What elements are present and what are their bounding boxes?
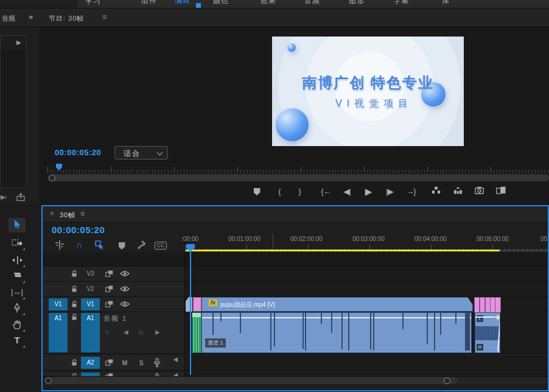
track-content-v2[interactable] xyxy=(184,282,548,297)
workspace-tab-assembly[interactable]: 组件 xyxy=(141,0,157,6)
zoom-level-select[interactable]: 适合 xyxy=(114,146,168,159)
zoom-handle-left[interactable] xyxy=(45,377,52,384)
export-icon[interactable] xyxy=(16,193,25,201)
workspace-tab-graphics[interactable]: 图形 xyxy=(349,0,365,6)
sequence-tab[interactable]: 30帧 xyxy=(60,211,75,220)
mute-button[interactable]: M xyxy=(121,359,129,367)
solo-button[interactable]: S xyxy=(137,359,145,367)
workspace-tab-learn[interactable]: 学习 xyxy=(85,0,101,6)
workspace-tab-effects[interactable]: 效果 xyxy=(261,0,276,6)
captions-toggle[interactable]: CC xyxy=(155,242,167,250)
track-target-v1[interactable]: V1 xyxy=(81,298,100,310)
clip-audio-main[interactable]: 通道 1 xyxy=(201,312,472,353)
play-button[interactable]: ▶ xyxy=(363,186,374,197)
zoom-handle-right[interactable] xyxy=(444,377,450,384)
add-keyframe-icon[interactable]: ◇ xyxy=(139,329,144,335)
track-select-forward-tool[interactable] xyxy=(9,236,26,251)
eye-icon[interactable] xyxy=(120,301,130,307)
program-zoom-handle-left[interactable] xyxy=(49,175,55,181)
step-forward-button[interactable]: |▶ xyxy=(384,186,395,197)
lock-icon[interactable] xyxy=(71,285,78,293)
clip-audio-stereo[interactable]: L R xyxy=(475,312,500,353)
clip-audio-green[interactable] xyxy=(192,312,201,353)
export-frame-button[interactable] xyxy=(475,186,486,197)
track-content-a3-partial[interactable] xyxy=(184,372,548,377)
hand-tool[interactable] xyxy=(9,318,26,332)
razor-tool[interactable] xyxy=(9,269,26,284)
mark-in-button[interactable]: { xyxy=(274,186,285,197)
nest-sequence-toggle-icon[interactable] xyxy=(54,240,66,250)
add-marker-icon[interactable] xyxy=(116,240,128,250)
add-marker-button[interactable] xyxy=(251,186,262,197)
track-target-a2[interactable]: A2 xyxy=(81,357,100,369)
next-keyframe-icon[interactable]: ▶ xyxy=(155,329,160,335)
volume-keyframe-handle[interactable] xyxy=(495,315,500,320)
panel-overflow-chevron-icon[interactable]: » xyxy=(29,12,33,21)
type-tool[interactable]: T xyxy=(9,334,26,348)
play-audio-icon[interactable]: ▶♪ xyxy=(1,194,6,200)
track-target-a3[interactable] xyxy=(81,373,100,376)
eye-icon[interactable] xyxy=(120,286,130,292)
program-panel-title[interactable]: 节目: 30帧 xyxy=(49,14,84,23)
close-icon[interactable]: × xyxy=(50,209,54,218)
ripple-edit-tool[interactable] xyxy=(9,253,26,268)
clip-pink-bar[interactable] xyxy=(474,297,480,313)
lock-icon[interactable] xyxy=(71,301,78,308)
voiceover-record-mic-icon[interactable] xyxy=(153,358,161,367)
lift-button[interactable] xyxy=(432,186,442,197)
volume-rubber-band[interactable] xyxy=(202,317,471,318)
track-name-v3[interactable]: V3 xyxy=(81,270,100,277)
clip-pink-bar[interactable] xyxy=(495,297,501,313)
sync-lock-icon[interactable] xyxy=(105,285,113,292)
program-mini-timeline[interactable] xyxy=(47,164,549,173)
previous-keyframe-icon[interactable]: ◀ xyxy=(124,329,128,335)
sync-lock-icon[interactable] xyxy=(105,301,113,307)
clip-pink-bar[interactable] xyxy=(480,297,485,313)
panel-menu-icon[interactable]: ≡ xyxy=(80,209,85,218)
slip-tool[interactable]: |↔| xyxy=(9,285,26,300)
program-timecode[interactable]: 00:00:05:20 xyxy=(55,148,101,157)
dock-tab-audio[interactable]: 音频 xyxy=(2,14,15,23)
comparison-view-button[interactable] xyxy=(496,186,507,197)
source-patch-v1[interactable]: V1 xyxy=(49,298,68,310)
snap-magnet-icon[interactable]: ∩ xyxy=(73,240,85,250)
clip-video-pink[interactable] xyxy=(193,297,201,312)
lock-icon[interactable] xyxy=(71,270,78,278)
lock-icon[interactable] xyxy=(71,359,78,366)
timeline-settings-wrench-icon[interactable] xyxy=(135,240,147,250)
linked-selection-icon[interactable] xyxy=(94,240,106,250)
track-content-a2[interactable] xyxy=(184,355,548,371)
play-triangle-icon[interactable]: ▶ xyxy=(16,39,21,46)
workspace-tab-editing-active[interactable]: 编辑 xyxy=(175,0,191,6)
eye-icon[interactable] xyxy=(120,271,130,276)
waveform-transient xyxy=(305,313,306,351)
step-back-button[interactable]: ◀| xyxy=(341,186,352,197)
sync-lock-icon[interactable] xyxy=(105,270,113,277)
go-to-out-button[interactable]: →} xyxy=(405,186,416,197)
panel-menu-icon[interactable]: ≡ xyxy=(102,13,107,21)
playhead-line[interactable] xyxy=(190,245,191,375)
go-to-in-button[interactable]: {← xyxy=(320,186,331,197)
show-keyframes-icon[interactable]: ○ xyxy=(105,329,109,335)
workspace-tab-captions[interactable]: 字幕 xyxy=(393,0,409,6)
timeline-zoom-bar[interactable] xyxy=(50,377,458,384)
extract-button[interactable] xyxy=(453,186,464,197)
selection-tool[interactable] xyxy=(9,218,26,233)
timeline-zoom-scrollbar[interactable] xyxy=(44,377,547,384)
lock-icon[interactable] xyxy=(71,313,78,321)
program-zoom-scrollbar[interactable] xyxy=(47,174,549,181)
clip-video-main[interactable]: fx pupu甜品店.mp4 [V] xyxy=(201,297,473,312)
mark-out-button[interactable]: } xyxy=(294,186,305,197)
audio-track-label[interactable]: 音频 1 xyxy=(103,314,127,323)
workspace-tab-libraries[interactable]: 库 xyxy=(442,0,450,6)
volume-rubber-band[interactable] xyxy=(475,317,497,318)
timeline-timecode[interactable]: 00:00:05:20 xyxy=(52,225,105,235)
workspace-tab-color[interactable]: 颜色 xyxy=(213,0,229,6)
pen-tool[interactable] xyxy=(9,301,26,316)
workspace-tab-audio[interactable]: 音频 xyxy=(304,0,320,6)
track-name-v2[interactable]: V2 xyxy=(81,285,100,292)
sync-lock-icon[interactable] xyxy=(105,359,113,366)
volume-keyframe-handle[interactable] xyxy=(497,351,500,353)
track-content-v3[interactable] xyxy=(184,267,548,282)
program-zoom-bar[interactable] xyxy=(52,174,549,181)
